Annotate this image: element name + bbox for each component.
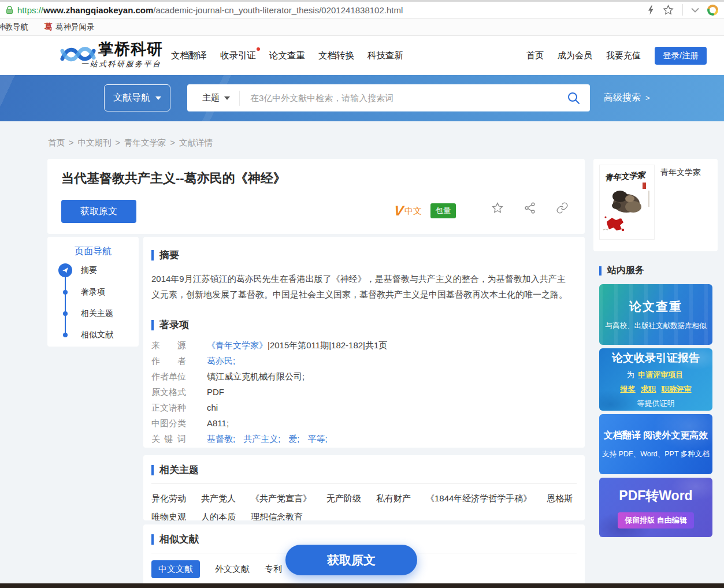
site-logo[interactable]: 掌桥科研 一站式科研服务平台: [60, 40, 163, 69]
site-services-heading: 站内服务: [607, 265, 644, 277]
section-bar: [151, 320, 154, 330]
main-nav: 文档翻译 收录引证 论文查重 文档转换 科技查新: [171, 50, 403, 62]
bookmark-item[interactable]: 神教导航: [0, 22, 28, 32]
topic-link[interactable]: 私有财产: [376, 493, 411, 504]
timeline-dot: [63, 311, 68, 316]
tab-foreign-docs[interactable]: 外文文献: [215, 560, 250, 578]
topic-link[interactable]: 人的本质: [201, 512, 236, 520]
floating-get-fulltext-button[interactable]: 获取原文: [285, 545, 417, 575]
browser-avatar[interactable]: [707, 5, 718, 16]
literature-nav-button[interactable]: 文献导航: [104, 84, 170, 111]
site-header: 掌桥科研 一站式科研服务平台 文档翻译 收录引证 论文查重 文档转换 科技查新 …: [0, 36, 724, 75]
abstract-text: 2014年9月江苏镇江的葛亦民先生在香港出版了《神经》，是基督教与共产主义的整合…: [151, 271, 571, 302]
author-link[interactable]: 葛亦民;: [207, 356, 235, 366]
page-nav-bibliography[interactable]: 著录项: [81, 287, 105, 297]
journal-link[interactable]: 《青年文学家》: [207, 340, 268, 350]
favorite-star-icon[interactable]: [491, 202, 504, 214]
tab-chinese-docs[interactable]: 中文文献: [151, 560, 200, 578]
topic-link[interactable]: 异化劳动: [151, 493, 186, 504]
related-topics-heading: 相关主题: [159, 463, 199, 477]
citation-link-award[interactable]: 报奖: [620, 385, 635, 393]
timeline-dot: [63, 290, 68, 295]
service-pdf-to-word[interactable]: PDF转Word 保留排版 自由编辑: [599, 478, 712, 537]
nav-tech-novelty[interactable]: 科技查新: [367, 50, 403, 62]
topic-link[interactable]: 恩格斯: [547, 493, 573, 504]
search-box: 主题: [187, 84, 590, 111]
caret-down-icon: [224, 96, 230, 103]
page-nav-related-topics[interactable]: 相关主题: [81, 308, 113, 319]
page: https://www.zhangqiaokeyan.com/academic-…: [0, 0, 724, 588]
url-text[interactable]: https://www.zhangqiaokeyan.com/academic-…: [17, 5, 403, 15]
service-doc-translation[interactable]: 文档翻译 阅读外文更高效 支持 PDF、Word、PPT 多种文档: [599, 414, 712, 474]
logo-tagline: 一站式科研服务平台: [81, 59, 163, 69]
article-title: 当代基督教共产主义--葛亦民的《神经》: [61, 170, 286, 187]
bookmarks-bar: 神教导航 葛 葛神异闻录: [0, 18, 724, 36]
keyword-link[interactable]: 平等;: [308, 433, 328, 445]
breadcrumb-home[interactable]: 首页: [48, 137, 77, 148]
nav-home[interactable]: 首页: [526, 50, 544, 61]
nav-recharge[interactable]: 我要充值: [606, 50, 641, 61]
flash-icon[interactable]: [647, 5, 654, 15]
section-bar: [599, 266, 602, 276]
bibliography-heading: 著录项: [159, 318, 189, 332]
journal-card: 青年文学家 青年文学家: [593, 159, 718, 251]
topic-link[interactable]: 唯物史观: [151, 512, 186, 520]
toolbar-divider: [682, 4, 683, 16]
share-icon[interactable]: [523, 202, 536, 214]
page-nav-abstract[interactable]: 摘要: [81, 265, 97, 276]
citation-link-title[interactable]: 职称评审: [662, 385, 692, 393]
topic-link[interactable]: 理想信念教育: [251, 512, 303, 520]
new-badge-dot: [257, 47, 260, 51]
source-issue-pages: |2015年第011期|182-182|共1页: [268, 340, 387, 350]
citation-link-job[interactable]: 求职: [641, 385, 656, 393]
bib-row-keywords: 关键词 基督教; 共产主义; 爱; 平等;: [151, 433, 577, 445]
address-bar[interactable]: https://www.zhangqiaokeyan.com/academic-…: [0, 2, 724, 18]
package-badge: 包量: [430, 203, 456, 218]
page-nav-card: 页面导航 摘要 著录项 相关主题 相似文献: [47, 237, 139, 347]
service-plagiarism-check[interactable]: 论文查重 与高校、出版社文献数据库相似: [599, 284, 712, 345]
tab-patents[interactable]: 专利: [265, 560, 282, 578]
timeline-dot: [63, 333, 68, 337]
nav-become-member[interactable]: 成为会员: [558, 50, 592, 61]
breadcrumb-cn-journal[interactable]: 中文期刊: [77, 137, 124, 148]
journal-name-label[interactable]: 青年文学家: [660, 168, 701, 178]
nav-doc-convert[interactable]: 文档转换: [318, 50, 354, 62]
search-button[interactable]: [558, 91, 590, 105]
section-bar: [151, 465, 154, 475]
related-topics-card: 相关主题 异化劳动 共产党人 《共产党宣言》 无产阶级 私有财产 《1844年经…: [143, 455, 585, 520]
search-scope-dropdown[interactable]: 主题: [187, 92, 239, 103]
topic-link[interactable]: 无产阶级: [326, 493, 361, 504]
search-band: 文献导航 主题 高级搜索: [0, 75, 724, 121]
article-badges: V 中文 包量: [394, 203, 456, 218]
journal-cover-image[interactable]: 青年文学家: [599, 165, 655, 240]
url-host: www.zhangqiaokeyan.com: [43, 5, 153, 15]
topic-link[interactable]: 《1844年经济学哲学手稿》: [426, 493, 532, 504]
nav-citation-report[interactable]: 收录引证: [220, 50, 256, 62]
citation-link-project[interactable]: 申请评审项目: [638, 370, 683, 379]
login-register-button[interactable]: 登录/注册: [655, 47, 707, 65]
bib-row-language: 正文语种 chi: [151, 402, 577, 414]
breadcrumb-journal[interactable]: 青年文学家: [124, 137, 179, 148]
logo-title: 掌桥科研: [98, 40, 163, 58]
lock-icon: [6, 6, 13, 14]
topic-link[interactable]: 共产党人: [201, 493, 236, 504]
nav-doc-translate[interactable]: 文档翻译: [171, 50, 207, 62]
service-citation-report[interactable]: 论文收录引证报告 为 申请评审项目 报奖 求职 职称评审 等提供证明: [599, 348, 712, 411]
keyword-link[interactable]: 共产主义;: [243, 433, 280, 445]
bookmark-favicon: 葛: [44, 22, 53, 32]
keyword-link[interactable]: 爱;: [288, 433, 299, 445]
get-fulltext-button[interactable]: 获取原文: [61, 200, 136, 223]
nav-plagiarism-check[interactable]: 论文查重: [269, 50, 305, 62]
link-icon[interactable]: [556, 202, 569, 214]
page-nav-similar-docs[interactable]: 相似文献: [81, 330, 113, 340]
advanced-search-link[interactable]: 高级搜索: [604, 92, 650, 104]
breadcrumb: 首页 中文期刊 青年文学家 文献详情: [48, 137, 213, 148]
keyword-link[interactable]: 基督教;: [207, 433, 235, 445]
chevron-down-icon[interactable]: [691, 8, 699, 13]
bookmark-item[interactable]: 葛 葛神异闻录: [44, 22, 95, 32]
bib-row-source: 来源 《青年文学家》|2015年第011期|182-182|共1页: [151, 340, 577, 351]
search-input[interactable]: [240, 93, 558, 103]
bookmark-star-icon[interactable]: [662, 4, 674, 16]
url-path: /academic-journal-cn_youth-literator_the…: [153, 5, 403, 15]
topic-link[interactable]: 《共产党宣言》: [251, 493, 311, 504]
